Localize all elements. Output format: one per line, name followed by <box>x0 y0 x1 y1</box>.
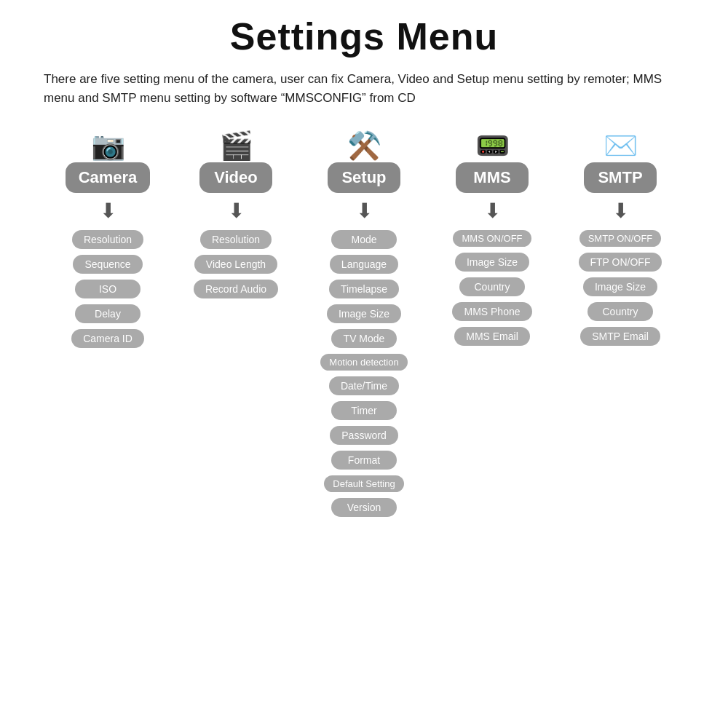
list-item[interactable]: Date/Time <box>329 376 399 395</box>
setup-icon: ⚒️ <box>347 132 381 159</box>
list-item[interactable]: SMTP Email <box>580 327 660 346</box>
list-item[interactable]: TV Mode <box>331 329 397 348</box>
list-item[interactable]: Timelapse <box>329 280 399 298</box>
list-item[interactable]: Image Size <box>583 277 657 296</box>
list-item[interactable]: Image Size <box>327 304 401 323</box>
list-item[interactable]: Format <box>331 451 397 470</box>
mms-icon: 📟 <box>475 132 510 159</box>
list-item[interactable]: Resolution <box>200 230 272 249</box>
list-item[interactable]: MMS ON/OFF <box>453 230 531 247</box>
list-item[interactable]: Version <box>331 498 397 517</box>
camera-arrow: ⬇ <box>100 199 116 223</box>
mms-arrow: ⬇ <box>484 199 501 223</box>
list-item[interactable]: Country <box>459 277 525 296</box>
list-item[interactable]: Video Length <box>194 255 277 274</box>
list-item[interactable]: Camera ID <box>71 329 144 348</box>
list-item[interactable]: Timer <box>331 401 397 420</box>
list-item[interactable]: ISO <box>75 280 141 298</box>
column-smtp: ✉️ SMTP ⬇ SMTP ON/OFF FTP ON/OFF Image S… <box>556 132 684 352</box>
setup-arrow: ⬇ <box>356 199 373 223</box>
page-title: Settings Menu <box>44 15 684 58</box>
camera-icon: 📷 <box>91 132 125 159</box>
mms-category-btn[interactable]: MMS <box>456 162 529 193</box>
smtp-category-btn[interactable]: SMTP <box>584 162 657 193</box>
list-item[interactable]: Country <box>587 302 653 321</box>
video-icon: 🎬 <box>219 132 253 159</box>
camera-category-btn[interactable]: Camera <box>66 162 151 193</box>
list-item[interactable]: MMS Email <box>454 327 530 346</box>
smtp-arrow: ⬇ <box>612 199 629 223</box>
list-item[interactable]: Resolution <box>72 230 143 249</box>
column-video: 🎬 Video ⬇ Resolution Video Length Record… <box>172 132 300 304</box>
list-item[interactable]: Default Setting <box>324 475 403 492</box>
list-item[interactable]: FTP ON/OFF <box>579 253 662 272</box>
list-item[interactable]: MMS Phone <box>452 302 531 321</box>
list-item[interactable]: Image Size <box>455 253 529 272</box>
list-item[interactable]: SMTP ON/OFF <box>579 230 662 247</box>
video-category-btn[interactable]: Video <box>199 162 272 193</box>
list-item[interactable]: Sequence <box>73 255 142 274</box>
columns-container: 📷 Camera ⬇ Resolution Sequence ISO Delay… <box>44 132 684 523</box>
page-description: There are five setting menu of the camer… <box>44 70 684 108</box>
column-mms: 📟 MMS ⬇ MMS ON/OFF Image Size Country MM… <box>428 132 556 352</box>
smtp-icon: ✉️ <box>604 132 638 159</box>
list-item[interactable]: Motion detection <box>320 354 407 371</box>
list-item[interactable]: Record Audio <box>194 280 278 298</box>
column-setup: ⚒️ Setup ⬇ Mode Language Timelapse Image… <box>300 132 428 523</box>
list-item[interactable]: Mode <box>331 230 397 249</box>
list-item[interactable]: Delay <box>75 304 141 323</box>
list-item[interactable]: Password <box>330 426 397 445</box>
list-item[interactable]: Language <box>330 255 398 274</box>
page: Settings Menu There are five setting men… <box>0 0 728 552</box>
setup-category-btn[interactable]: Setup <box>328 162 400 193</box>
column-camera: 📷 Camera ⬇ Resolution Sequence ISO Delay… <box>44 132 172 354</box>
video-arrow: ⬇ <box>228 199 245 223</box>
